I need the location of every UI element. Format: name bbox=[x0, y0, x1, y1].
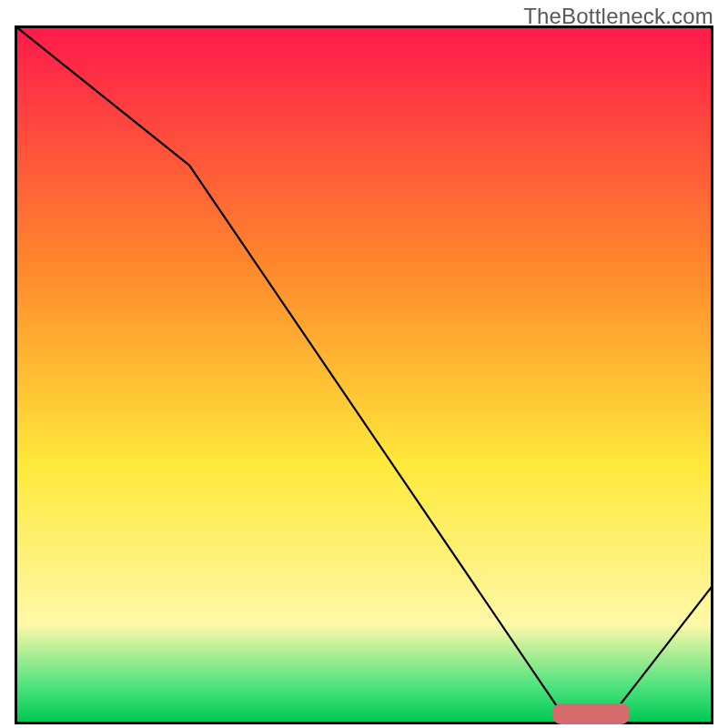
chart-frame bbox=[15, 25, 713, 724]
chart-canvas bbox=[17, 28, 711, 722]
